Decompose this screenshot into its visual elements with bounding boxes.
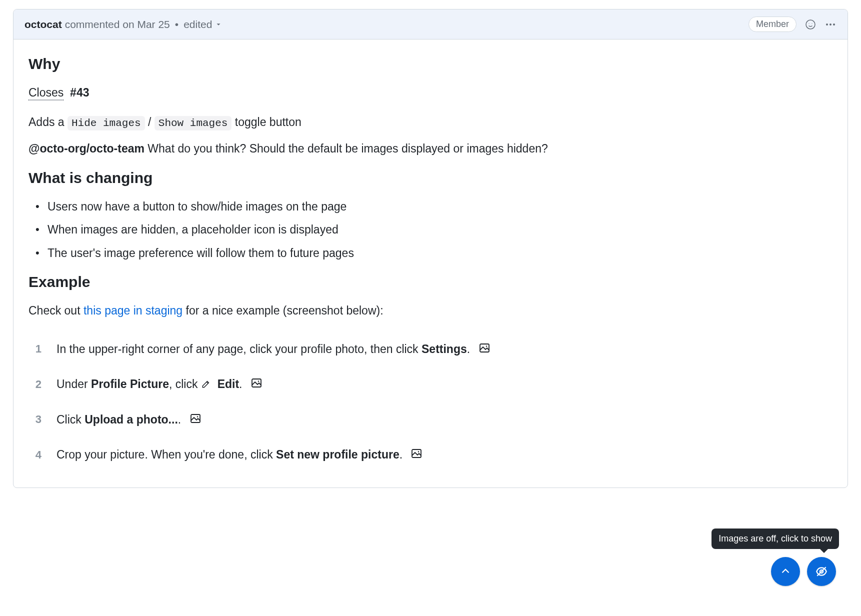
example-suffix: for a nice example (screenshot below): [182, 304, 383, 317]
pencil-icon [201, 379, 211, 389]
staging-link[interactable]: this page in staging [84, 304, 182, 317]
change-item: Users now have a button to show/hide ima… [28, 198, 832, 216]
comment-body: Why Closes #43 Adds a Hide images / Show… [14, 40, 848, 488]
team-mention[interactable]: @octo-org/octo-team [28, 142, 144, 155]
closes-line: Closes #43 [28, 84, 832, 102]
kebab-menu-button[interactable] [824, 18, 836, 30]
adds-line: Adds a Hide images / Show images toggle … [28, 114, 832, 132]
toggle-images-tooltip: Images are off, click to show [712, 528, 839, 549]
comment-actions: Member [748, 16, 836, 32]
svg-point-11 [196, 416, 198, 417]
floating-buttons: Images are off, click to show [771, 557, 836, 586]
separator: • [175, 18, 178, 30]
comment-container: octocat commented on Mar 25 • edited Mem… [13, 9, 848, 488]
step-number: 1 [28, 340, 42, 357]
step-number: 2 [28, 376, 42, 392]
author-name[interactable]: octocat [24, 18, 62, 30]
adds-suffix: toggle button [235, 116, 302, 128]
step-row: 3 Click Upload a photo.... [28, 402, 832, 438]
closes-text: Closes [28, 86, 64, 100]
svg-point-9 [258, 380, 259, 382]
step-text: Crop your picture. When you're done, cli… [56, 446, 422, 464]
svg-point-4 [830, 24, 832, 26]
add-reaction-button[interactable] [804, 18, 816, 30]
adds-prefix: Adds a [28, 116, 68, 128]
svg-point-0 [806, 20, 815, 29]
step-text: Under Profile Picture, click Edit. [56, 376, 262, 393]
image-placeholder-icon [410, 448, 422, 460]
svg-point-3 [826, 24, 828, 26]
step-text: Click Upload a photo.... [56, 411, 202, 428]
comment-meta: octocat commented on Mar 25 • edited [24, 18, 222, 30]
svg-point-2 [812, 23, 812, 24]
step-number: 4 [28, 446, 42, 463]
example-prefix: Check out [28, 304, 84, 317]
step-row: 4 Crop your picture. When you're done, c… [28, 437, 832, 472]
image-placeholder-icon [190, 412, 202, 424]
svg-point-13 [418, 451, 419, 452]
image-placeholder-icon [250, 377, 262, 389]
heading-changing: What is changing [28, 166, 832, 189]
svg-point-5 [833, 24, 835, 26]
commented-on: commented on Mar 25 [65, 18, 170, 30]
change-item: When images are hidden, a placeholder ic… [28, 221, 832, 238]
code-hide-images: Hide images [68, 116, 145, 130]
edited-label: edited [184, 18, 212, 30]
change-item: The user's image preference will follow … [28, 244, 832, 262]
step-number: 3 [28, 411, 42, 428]
changes-list: Users now have a button to show/hide ima… [28, 198, 832, 262]
svg-point-7 [486, 346, 486, 346]
comment-header: octocat commented on Mar 25 • edited Mem… [14, 10, 848, 40]
toggle-images-button[interactable] [807, 557, 836, 586]
step-text: In the upper-right corner of any page, c… [56, 340, 490, 358]
image-placeholder-icon [478, 342, 490, 354]
svg-point-1 [808, 23, 809, 24]
steps-list: 1 In the upper-right corner of any page,… [28, 332, 832, 472]
heading-why: Why [28, 52, 832, 75]
code-show-images: Show images [154, 116, 232, 130]
heading-example: Example [28, 270, 832, 293]
step-row: 1 In the upper-right corner of any page,… [28, 332, 832, 367]
question-text: What do you think? Should the default be… [144, 142, 548, 155]
scroll-top-button[interactable] [771, 557, 800, 586]
role-badge: Member [748, 16, 796, 32]
edited-dropdown[interactable]: edited [184, 18, 222, 30]
example-line: Check out this page in staging for a nic… [28, 302, 832, 320]
issue-link[interactable]: #43 [70, 86, 89, 99]
code-separator: / [148, 116, 151, 128]
caret-down-icon [215, 18, 222, 30]
step-row: 2 Under Profile Picture, click Edit. [28, 366, 832, 402]
mention-line: @octo-org/octo-team What do you think? S… [28, 140, 832, 158]
